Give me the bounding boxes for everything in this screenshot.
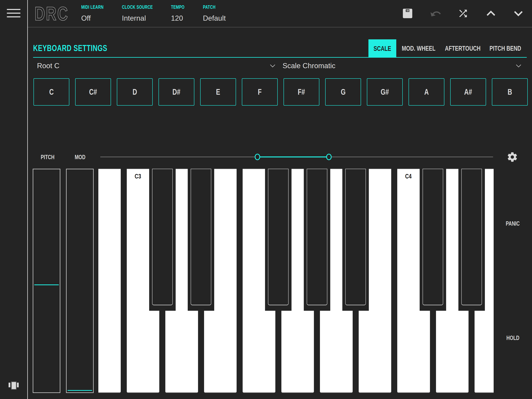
note-button-f-sharp[interactable]: F# <box>284 78 319 106</box>
note-button-g[interactable]: G <box>325 78 361 106</box>
pitch-wheel-label: PITCH <box>38 154 57 161</box>
black-key-d-sharp4[interactable] <box>461 169 482 305</box>
white-key-b2[interactable] <box>98 169 121 393</box>
key-range-low-handle[interactable] <box>255 154 260 160</box>
root-note-select[interactable]: Root C <box>37 62 59 70</box>
hold-button[interactable]: HOLD <box>494 335 532 341</box>
tab-mod-wheel[interactable]: MOD. WHEEL <box>401 39 436 57</box>
page-title-text: KEYBOARD SETTINGS <box>33 43 107 53</box>
note-button-d-sharp[interactable]: D# <box>158 78 194 106</box>
header-field-midi-learn[interactable]: MIDI LEARNOff <box>81 4 111 22</box>
field-value: Off <box>81 14 111 22</box>
tab-aftertouch[interactable]: AFTERTOUCH <box>446 39 480 57</box>
root-select-chevron-icon[interactable] <box>270 64 276 68</box>
note-button-label: F# <box>298 87 305 97</box>
note-button-label: D# <box>172 87 181 97</box>
black-key-d-sharp3[interactable] <box>191 169 211 305</box>
scale-select[interactable]: Scale Chromatic <box>283 62 335 70</box>
key-range-high-handle[interactable] <box>326 154 332 160</box>
panic-label: PANIC <box>506 220 520 227</box>
undo-icon <box>430 8 441 19</box>
note-button-a-sharp[interactable]: A# <box>450 78 486 106</box>
hamburger-bar <box>7 13 20 14</box>
shuffle-icon <box>457 8 469 19</box>
header-field-tempo[interactable]: TEMPO120 <box>171 4 189 22</box>
black-key-f-sharp3[interactable] <box>268 169 289 305</box>
note-button-b[interactable]: B <box>492 78 528 106</box>
app-logo: DRC <box>34 3 79 25</box>
hold-label: HOLD <box>506 335 519 341</box>
key-range-slider-active <box>257 156 329 157</box>
keyboard-settings-gear-button[interactable] <box>507 151 518 163</box>
undo-button[interactable] <box>430 8 441 19</box>
keyboard-wheels-icon[interactable] <box>9 381 19 389</box>
note-button-f[interactable]: F <box>242 78 278 106</box>
piano-keyboard: C3C4 <box>98 169 494 399</box>
header-field-patch[interactable]: PATCHDefault <box>203 4 226 22</box>
scale-select-value: Scale Chromatic <box>283 62 335 70</box>
black-key-wrap <box>149 169 176 311</box>
section-underline <box>33 57 527 58</box>
svg-text:DRC: DRC <box>35 3 69 24</box>
black-key-wrap <box>420 169 446 311</box>
field-label: PATCH <box>203 4 226 10</box>
hamburger-icon[interactable] <box>7 9 20 18</box>
pitch-wheel[interactable] <box>33 169 60 393</box>
note-button-label: C# <box>89 87 97 97</box>
header-field-clock-source[interactable]: CLOCK SOURCEInternal <box>122 4 163 22</box>
note-button-label: F <box>258 87 261 97</box>
black-key-a-sharp3[interactable] <box>345 169 366 305</box>
mod-wheel[interactable] <box>66 169 94 393</box>
panic-button[interactable]: PANIC <box>494 220 532 227</box>
note-button-label: C <box>49 87 54 97</box>
root-note-value: Root C <box>37 62 59 70</box>
field-label: MIDI LEARN <box>81 4 111 10</box>
note-button-g-sharp[interactable]: G# <box>367 78 403 106</box>
tab-pitch-bend[interactable]: PITCH BEND <box>490 39 521 57</box>
randomize-button[interactable] <box>457 8 469 19</box>
gear-icon <box>507 151 518 163</box>
scale-select-chevron-icon[interactable] <box>516 64 521 68</box>
black-key-wrap <box>304 169 330 311</box>
save-icon <box>402 8 413 19</box>
note-button-c-sharp[interactable]: C# <box>75 78 111 106</box>
note-button-label: D <box>133 87 137 97</box>
note-button-c[interactable]: C <box>33 78 69 106</box>
field-value: Internal <box>122 14 163 22</box>
black-key-g-sharp3[interactable] <box>307 169 327 305</box>
field-label: TEMPO <box>171 4 189 10</box>
mod-label-text: MOD <box>75 154 85 161</box>
pitch-label-text: PITCH <box>41 154 55 161</box>
page-title: KEYBOARD SETTINGS <box>33 43 131 53</box>
note-button-label: G# <box>381 87 389 97</box>
black-key-c-sharp4[interactable] <box>423 169 443 305</box>
black-key-c-sharp3[interactable] <box>152 169 173 305</box>
tab-label: PITCH BEND <box>489 45 521 52</box>
field-value: 120 <box>171 14 189 22</box>
mod-wheel-label: MOD <box>70 154 90 161</box>
note-button-a[interactable]: A <box>409 78 444 106</box>
note-button-d[interactable]: D <box>117 78 153 106</box>
toggle-right-bar <box>17 383 19 387</box>
save-button[interactable] <box>402 8 413 19</box>
note-button-label: A <box>424 87 429 97</box>
note-button-label: G <box>341 87 346 97</box>
toggle-middle-bar <box>11 381 17 390</box>
drc-app: DRC MIDI LEARNOffCLOCK SOURCEInternalTEM… <box>0 0 532 399</box>
note-button-e[interactable]: E <box>200 78 236 106</box>
patch-up-button[interactable] <box>485 8 497 19</box>
header-divider <box>28 27 532 27</box>
black-key-wrap <box>265 169 291 311</box>
chevron-up-icon <box>485 8 497 19</box>
key-label-c4: C4 <box>405 173 412 180</box>
tab-scale[interactable]: SCALE <box>368 39 396 58</box>
field-value: Default <box>203 14 226 22</box>
note-button-label: B <box>507 87 512 97</box>
tab-label: MOD. WHEEL <box>402 45 436 52</box>
field-label: CLOCK SOURCE <box>122 4 163 10</box>
note-button-label: A# <box>464 87 472 97</box>
patch-down-button[interactable] <box>513 8 524 19</box>
sidebar-divider <box>27 0 28 399</box>
black-key-wrap <box>458 169 485 311</box>
black-key-wrap <box>342 169 369 311</box>
